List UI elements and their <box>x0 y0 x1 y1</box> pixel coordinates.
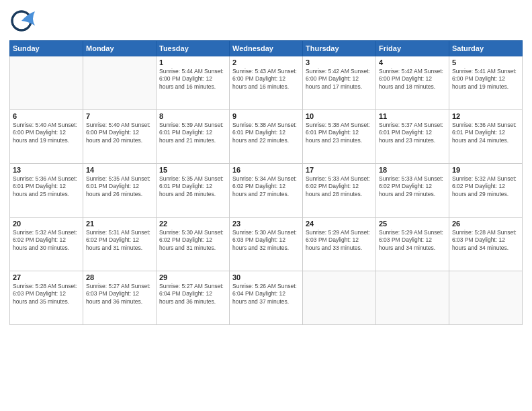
calendar-day-cell: 17Sunrise: 5:33 AM Sunset: 6:02 PM Dayli… <box>303 164 376 218</box>
day-info: Sunrise: 5:28 AM Sunset: 6:03 PM Dayligh… <box>13 283 80 306</box>
calendar-day-cell <box>376 271 449 325</box>
day-info: Sunrise: 5:31 AM Sunset: 6:02 PM Dayligh… <box>86 229 153 252</box>
calendar-day-cell: 13Sunrise: 5:36 AM Sunset: 6:01 PM Dayli… <box>10 164 83 218</box>
day-info: Sunrise: 5:41 AM Sunset: 6:00 PM Dayligh… <box>452 68 519 91</box>
day-number: 1 <box>159 58 226 66</box>
calendar-day-cell: 27Sunrise: 5:28 AM Sunset: 6:03 PM Dayli… <box>10 271 83 325</box>
calendar-day-cell <box>303 271 376 325</box>
calendar-day-cell: 24Sunrise: 5:29 AM Sunset: 6:03 PM Dayli… <box>303 218 376 271</box>
day-number: 22 <box>159 220 226 228</box>
day-info: Sunrise: 5:32 AM Sunset: 6:02 PM Dayligh… <box>452 175 519 198</box>
day-info: Sunrise: 5:30 AM Sunset: 6:03 PM Dayligh… <box>232 229 300 252</box>
calendar-table: SundayMondayTuesdayWednesdayThursdayFrid… <box>9 40 523 325</box>
day-info: Sunrise: 5:33 AM Sunset: 6:02 PM Dayligh… <box>306 175 373 198</box>
calendar-day-cell: 19Sunrise: 5:32 AM Sunset: 6:02 PM Dayli… <box>449 164 523 218</box>
day-number: 17 <box>306 166 373 174</box>
day-info: Sunrise: 5:26 AM Sunset: 6:04 PM Dayligh… <box>232 283 300 306</box>
calendar-week-row: 13Sunrise: 5:36 AM Sunset: 6:01 PM Dayli… <box>10 164 523 218</box>
weekday-header: Thursday <box>303 41 376 56</box>
day-number: 3 <box>306 58 373 66</box>
day-number: 15 <box>159 166 226 174</box>
day-number: 29 <box>159 273 226 281</box>
weekday-header: Friday <box>376 41 449 56</box>
weekday-header: Wednesday <box>230 41 303 56</box>
day-info: Sunrise: 5:29 AM Sunset: 6:03 PM Dayligh… <box>306 229 373 252</box>
day-info: Sunrise: 5:27 AM Sunset: 6:04 PM Dayligh… <box>159 283 226 306</box>
day-info: Sunrise: 5:38 AM Sunset: 6:01 PM Dayligh… <box>232 122 300 144</box>
calendar-day-cell: 30Sunrise: 5:26 AM Sunset: 6:04 PM Dayli… <box>230 271 303 325</box>
day-number: 20 <box>13 220 80 228</box>
calendar-week-row: 6Sunrise: 5:40 AM Sunset: 6:00 PM Daylig… <box>10 110 523 164</box>
day-info: Sunrise: 5:44 AM Sunset: 6:00 PM Dayligh… <box>159 68 226 91</box>
header <box>9 7 523 35</box>
day-number: 10 <box>306 112 373 120</box>
calendar-day-cell: 15Sunrise: 5:35 AM Sunset: 6:01 PM Dayli… <box>157 164 230 218</box>
day-info: Sunrise: 5:42 AM Sunset: 6:00 PM Dayligh… <box>379 68 446 91</box>
calendar-day-cell <box>83 56 157 110</box>
day-number: 25 <box>379 220 446 228</box>
day-number: 21 <box>86 220 153 228</box>
day-number: 24 <box>306 220 373 228</box>
calendar-day-cell: 18Sunrise: 5:33 AM Sunset: 6:02 PM Dayli… <box>376 164 449 218</box>
calendar-day-cell: 11Sunrise: 5:37 AM Sunset: 6:01 PM Dayli… <box>376 110 449 164</box>
calendar-day-cell: 7Sunrise: 5:40 AM Sunset: 6:00 PM Daylig… <box>83 110 157 164</box>
day-info: Sunrise: 5:40 AM Sunset: 6:00 PM Dayligh… <box>13 122 80 144</box>
day-number: 11 <box>379 112 446 120</box>
weekday-header: Saturday <box>449 41 523 56</box>
day-info: Sunrise: 5:43 AM Sunset: 6:00 PM Dayligh… <box>232 68 300 91</box>
calendar-week-row: 1Sunrise: 5:44 AM Sunset: 6:00 PM Daylig… <box>10 56 523 110</box>
calendar-day-cell: 20Sunrise: 5:32 AM Sunset: 6:02 PM Dayli… <box>10 218 83 271</box>
day-info: Sunrise: 5:39 AM Sunset: 6:01 PM Dayligh… <box>159 122 226 144</box>
day-info: Sunrise: 5:37 AM Sunset: 6:01 PM Dayligh… <box>379 122 446 144</box>
calendar-day-cell: 2Sunrise: 5:43 AM Sunset: 6:00 PM Daylig… <box>230 56 303 110</box>
calendar-day-cell: 10Sunrise: 5:38 AM Sunset: 6:01 PM Dayli… <box>303 110 376 164</box>
day-number: 8 <box>159 112 226 120</box>
day-info: Sunrise: 5:28 AM Sunset: 6:03 PM Dayligh… <box>452 229 519 252</box>
day-number: 26 <box>452 220 519 228</box>
day-info: Sunrise: 5:35 AM Sunset: 6:01 PM Dayligh… <box>159 175 226 198</box>
calendar-day-cell: 8Sunrise: 5:39 AM Sunset: 6:01 PM Daylig… <box>157 110 230 164</box>
day-info: Sunrise: 5:34 AM Sunset: 6:02 PM Dayligh… <box>232 175 300 198</box>
calendar-day-cell: 25Sunrise: 5:29 AM Sunset: 6:03 PM Dayli… <box>376 218 449 271</box>
day-number: 2 <box>232 58 300 66</box>
calendar-day-cell: 23Sunrise: 5:30 AM Sunset: 6:03 PM Dayli… <box>230 218 303 271</box>
day-info: Sunrise: 5:36 AM Sunset: 6:01 PM Dayligh… <box>452 122 519 144</box>
day-info: Sunrise: 5:42 AM Sunset: 6:00 PM Dayligh… <box>306 68 373 91</box>
day-number: 14 <box>86 166 153 174</box>
weekday-header: Tuesday <box>157 41 230 56</box>
day-number: 18 <box>379 166 446 174</box>
day-number: 6 <box>13 112 80 120</box>
calendar-day-cell: 29Sunrise: 5:27 AM Sunset: 6:04 PM Dayli… <box>157 271 230 325</box>
day-number: 12 <box>452 112 519 120</box>
weekday-header: Monday <box>83 41 157 56</box>
calendar-day-cell <box>10 56 83 110</box>
day-info: Sunrise: 5:38 AM Sunset: 6:01 PM Dayligh… <box>306 122 373 144</box>
calendar-day-cell: 21Sunrise: 5:31 AM Sunset: 6:02 PM Dayli… <box>83 218 157 271</box>
calendar-week-row: 27Sunrise: 5:28 AM Sunset: 6:03 PM Dayli… <box>10 271 523 325</box>
day-number: 4 <box>379 58 446 66</box>
calendar-day-cell: 6Sunrise: 5:40 AM Sunset: 6:00 PM Daylig… <box>10 110 83 164</box>
calendar-day-cell: 5Sunrise: 5:41 AM Sunset: 6:00 PM Daylig… <box>449 56 523 110</box>
day-number: 7 <box>86 112 153 120</box>
calendar-day-cell: 26Sunrise: 5:28 AM Sunset: 6:03 PM Dayli… <box>449 218 523 271</box>
day-info: Sunrise: 5:35 AM Sunset: 6:01 PM Dayligh… <box>86 175 153 198</box>
calendar-week-row: 20Sunrise: 5:32 AM Sunset: 6:02 PM Dayli… <box>10 218 523 271</box>
day-number: 19 <box>452 166 519 174</box>
day-number: 28 <box>86 273 153 281</box>
calendar-day-cell <box>449 271 523 325</box>
day-info: Sunrise: 5:33 AM Sunset: 6:02 PM Dayligh… <box>379 175 446 198</box>
day-number: 27 <box>13 273 80 281</box>
calendar-day-cell: 22Sunrise: 5:30 AM Sunset: 6:02 PM Dayli… <box>157 218 230 271</box>
calendar-header-row: SundayMondayTuesdayWednesdayThursdayFrid… <box>10 41 523 56</box>
calendar-day-cell: 28Sunrise: 5:27 AM Sunset: 6:03 PM Dayli… <box>83 271 157 325</box>
calendar-day-cell: 3Sunrise: 5:42 AM Sunset: 6:00 PM Daylig… <box>303 56 376 110</box>
day-number: 9 <box>232 112 300 120</box>
weekday-header: Sunday <box>10 41 83 56</box>
calendar-day-cell: 4Sunrise: 5:42 AM Sunset: 6:00 PM Daylig… <box>376 56 449 110</box>
page: SundayMondayTuesdayWednesdayThursdayFrid… <box>0 0 532 411</box>
day-info: Sunrise: 5:40 AM Sunset: 6:00 PM Dayligh… <box>86 122 153 144</box>
day-info: Sunrise: 5:36 AM Sunset: 6:01 PM Dayligh… <box>13 175 80 198</box>
day-info: Sunrise: 5:29 AM Sunset: 6:03 PM Dayligh… <box>379 229 446 252</box>
calendar-day-cell: 14Sunrise: 5:35 AM Sunset: 6:01 PM Dayli… <box>83 164 157 218</box>
day-number: 5 <box>452 58 519 66</box>
